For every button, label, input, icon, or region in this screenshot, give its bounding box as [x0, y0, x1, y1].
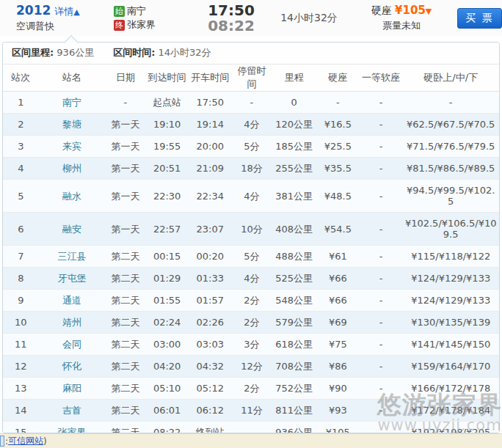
detail-toggle-link[interactable]: 详情▲: [54, 6, 79, 17]
cell: 811公里: [272, 400, 316, 422]
cell: 525公里: [272, 268, 316, 290]
cell: 4分: [232, 114, 272, 136]
cell: -: [360, 312, 403, 334]
cell: -: [402, 92, 499, 114]
cell: -: [360, 400, 403, 422]
cell: 第二天: [106, 400, 146, 422]
destination-badge-icon: 终: [114, 20, 125, 31]
cell: 第二天: [106, 290, 146, 312]
cell: 12分: [232, 356, 272, 378]
cell: 08:22: [145, 422, 189, 434]
stations-block: 始 南宁 终 张家界: [114, 4, 196, 32]
cell: -: [360, 246, 403, 268]
cell: ¥172/¥178/¥184: [402, 400, 499, 422]
station-link[interactable]: 怀化: [39, 356, 106, 378]
cell: 03:00: [145, 334, 189, 356]
station-link[interactable]: 靖州: [39, 312, 106, 334]
schedule-table: 站次站名日期到达时间开车时间停留时间里程硬座一等软座硬卧上/中/下 1南宁-起点…: [3, 65, 499, 433]
cell: -: [360, 92, 403, 114]
cell: ¥105: [316, 422, 360, 434]
cell: 5分: [232, 136, 272, 158]
station-link[interactable]: 麻阳: [39, 378, 106, 400]
train-number: 2012: [16, 3, 51, 18]
cell: ¥61: [316, 246, 360, 268]
station-link[interactable]: 柳州: [39, 158, 106, 180]
cell: -: [360, 180, 403, 213]
cell: ¥66: [316, 290, 360, 312]
cell: 05:10: [145, 378, 189, 400]
table-row: 9通道第二天01:5501:572分548公里¥66-¥124/¥129/¥13…: [3, 290, 499, 312]
cell: 23:07: [189, 213, 232, 246]
cell: 01:57: [189, 290, 232, 312]
caret-down-icon[interactable]: ▼: [426, 7, 432, 16]
station-link[interactable]: 南宁: [39, 92, 106, 114]
cell: 第二天: [106, 268, 146, 290]
header-row: 站次站名日期到达时间开车时间停留时间里程硬座一等软座硬卧上/中/下: [3, 65, 499, 92]
train-summary-bar: 2012详情▲ 空调普快 始 南宁 终 张家界 17:50 08:22 14小时…: [0, 0, 502, 36]
cell: 04:32: [189, 356, 232, 378]
table-row: 2黎塘第一天19:1019:144分120公里¥16.5-¥62.5/¥67.5…: [3, 114, 499, 136]
column-header: 站次: [3, 65, 39, 92]
price-block: 硬座 ¥105▼ 票量未知: [352, 4, 451, 32]
cell: 408公里: [272, 213, 316, 246]
station-link[interactable]: 黎塘: [39, 114, 106, 136]
column-header: 开车时间: [189, 65, 232, 92]
cell: 2分: [232, 290, 272, 312]
table-row: 5融水第一天22:3022:344分381公里¥48.5-¥94.5/¥99.5…: [3, 180, 499, 213]
cell: 752公里: [272, 378, 316, 400]
cell: 11: [3, 334, 39, 356]
cell: 1: [3, 92, 39, 114]
cell: 548公里: [272, 290, 316, 312]
cell: 第二天: [106, 422, 146, 434]
caret-up-icon: ▲: [73, 7, 79, 17]
cell: 02:26: [189, 312, 232, 334]
cell: 第一天: [106, 180, 146, 213]
cell: 第一天: [106, 158, 146, 180]
cell: 19:10: [145, 114, 189, 136]
station-link[interactable]: 牙屯堡: [39, 268, 106, 290]
cell: 01:55: [145, 290, 189, 312]
station-link[interactable]: 融安: [39, 213, 106, 246]
cell: 第二天: [106, 378, 146, 400]
station-link[interactable]: 张家界: [39, 422, 106, 434]
station-link[interactable]: 融水: [39, 180, 106, 213]
cell: -: [360, 136, 403, 158]
cell: 19:55: [145, 136, 189, 158]
station-link[interactable]: 会同: [39, 334, 106, 356]
cell: 2分: [232, 312, 272, 334]
column-header: 硬卧上/中/下: [402, 65, 499, 92]
depart-time: 17:50: [196, 3, 266, 18]
cell: 18分: [232, 158, 272, 180]
column-header: 日期: [106, 65, 146, 92]
cell: ¥192/¥198/¥205: [402, 422, 499, 434]
cell: 03:03: [189, 334, 232, 356]
section-distance-value: 936公里: [57, 47, 94, 58]
seat-class-label: 硬座: [371, 4, 392, 16]
station-link[interactable]: 三江县: [39, 246, 106, 268]
cell: ¥90: [316, 378, 360, 400]
cell: 12: [3, 356, 39, 378]
cell: 22:30: [145, 180, 189, 213]
table-row: 13麻阳第二天05:1005:122分752公里¥90-¥166/¥172/¥1…: [3, 378, 499, 400]
cell: ¥71.5/¥76.5/¥79.5: [402, 136, 499, 158]
station-link[interactable]: 来宾: [39, 136, 106, 158]
station-link[interactable]: 通道: [39, 290, 106, 312]
cell: 第二天: [106, 356, 146, 378]
cell: ¥16.5: [316, 114, 360, 136]
station-link[interactable]: 吉首: [39, 400, 106, 422]
trusted-site-link[interactable]: 可信网站: [8, 435, 43, 447]
section-info-bar: 区间里程: 936公里区间时间: 14小时32分: [3, 43, 499, 65]
cell: -: [360, 290, 403, 312]
cell: 2: [3, 114, 39, 136]
cell: 22:57: [145, 213, 189, 246]
cell: 05:12: [189, 378, 232, 400]
buy-ticket-button[interactable]: 买 票: [457, 8, 502, 29]
cell: -: [360, 114, 403, 136]
cell: 01:29: [145, 268, 189, 290]
cell: 936公里: [272, 422, 316, 434]
origin-badge-icon: 始: [114, 6, 125, 17]
cell: 17:50: [189, 92, 232, 114]
cell: 6: [3, 213, 39, 246]
cell: -: [360, 378, 403, 400]
cell: ¥48.5: [316, 180, 360, 213]
